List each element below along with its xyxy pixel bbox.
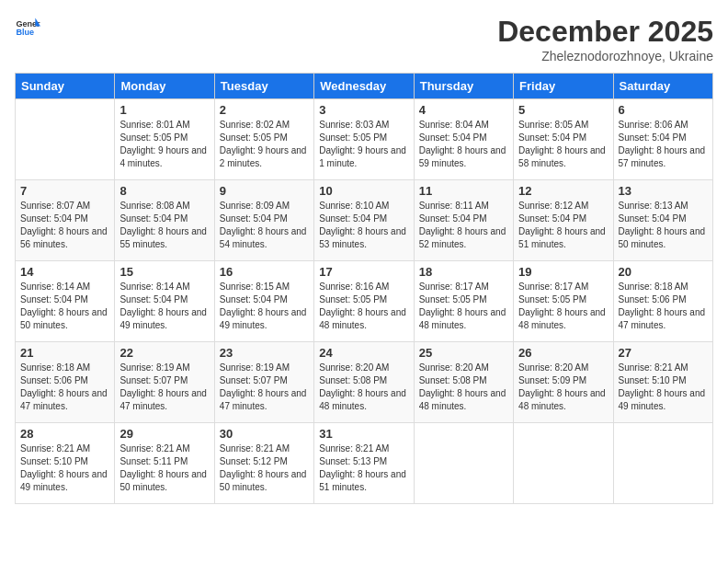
cell-info: Sunrise: 8:21 AMSunset: 5:12 PMDaylight:… (220, 442, 309, 494)
calendar-cell: 25Sunrise: 8:20 AMSunset: 5:08 PMDayligh… (414, 342, 513, 423)
calendar-cell: 11Sunrise: 8:11 AMSunset: 5:04 PMDayligh… (414, 180, 513, 261)
calendar-cell: 5Sunrise: 8:05 AMSunset: 5:04 PMDaylight… (514, 99, 613, 180)
calendar-cell: 14Sunrise: 8:14 AMSunset: 5:04 PMDayligh… (16, 261, 115, 342)
logo-icon: General Blue (15, 15, 40, 40)
day-number: 1 (119, 103, 209, 117)
cell-info: Sunrise: 8:05 AMSunset: 5:04 PMDaylight:… (518, 119, 608, 170)
calendar-cell (414, 423, 513, 504)
day-number: 12 (518, 184, 608, 198)
day-number: 27 (619, 346, 708, 360)
weekday-header: Saturday (613, 74, 712, 99)
calendar-cell: 23Sunrise: 8:19 AMSunset: 5:07 PMDayligh… (214, 342, 313, 423)
day-number: 16 (220, 265, 309, 279)
cell-info: Sunrise: 8:11 AMSunset: 5:04 PMDaylight:… (419, 200, 508, 251)
cell-info: Sunrise: 8:01 AMSunset: 5:05 PMDaylight:… (119, 119, 209, 170)
calendar-body: 1Sunrise: 8:01 AMSunset: 5:05 PMDaylight… (16, 99, 713, 504)
day-number: 28 (20, 427, 109, 441)
day-number: 30 (220, 427, 309, 441)
calendar-cell: 6Sunrise: 8:06 AMSunset: 5:04 PMDaylight… (613, 99, 712, 180)
cell-info: Sunrise: 8:18 AMSunset: 5:06 PMDaylight:… (20, 362, 109, 413)
cell-info: Sunrise: 8:12 AMSunset: 5:04 PMDaylight:… (518, 200, 608, 251)
day-number: 25 (419, 346, 508, 360)
calendar-cell: 21Sunrise: 8:18 AMSunset: 5:06 PMDayligh… (16, 342, 115, 423)
calendar-week-row: 1Sunrise: 8:01 AMSunset: 5:05 PMDaylight… (16, 99, 713, 180)
weekday-header: Wednesday (314, 74, 414, 99)
calendar-week-row: 14Sunrise: 8:14 AMSunset: 5:04 PMDayligh… (16, 261, 713, 342)
cell-info: Sunrise: 8:19 AMSunset: 5:07 PMDaylight:… (119, 362, 209, 413)
calendar-cell: 7Sunrise: 8:07 AMSunset: 5:04 PMDaylight… (16, 180, 115, 261)
calendar-header: SundayMondayTuesdayWednesdayThursdayFrid… (16, 74, 713, 99)
cell-info: Sunrise: 8:19 AMSunset: 5:07 PMDaylight:… (220, 362, 309, 413)
calendar-cell: 16Sunrise: 8:15 AMSunset: 5:04 PMDayligh… (214, 261, 313, 342)
header: General Blue December 2025 Zheleznodoroz… (15, 15, 713, 63)
svg-text:Blue: Blue (16, 28, 34, 37)
calendar-cell: 22Sunrise: 8:19 AMSunset: 5:07 PMDayligh… (115, 342, 214, 423)
cell-info: Sunrise: 8:17 AMSunset: 5:05 PMDaylight:… (419, 281, 508, 332)
day-number: 19 (518, 265, 608, 279)
day-number: 18 (419, 265, 508, 279)
calendar-cell: 26Sunrise: 8:20 AMSunset: 5:09 PMDayligh… (514, 342, 613, 423)
calendar-week-row: 28Sunrise: 8:21 AMSunset: 5:10 PMDayligh… (16, 423, 713, 504)
cell-info: Sunrise: 8:06 AMSunset: 5:04 PMDaylight:… (619, 119, 708, 170)
day-number: 21 (20, 346, 109, 360)
day-number: 5 (518, 103, 608, 117)
day-number: 17 (319, 265, 408, 279)
cell-info: Sunrise: 8:20 AMSunset: 5:08 PMDaylight:… (419, 362, 508, 413)
day-number: 13 (619, 184, 708, 198)
cell-info: Sunrise: 8:04 AMSunset: 5:04 PMDaylight:… (419, 119, 508, 170)
calendar-cell: 13Sunrise: 8:13 AMSunset: 5:04 PMDayligh… (613, 180, 712, 261)
cell-info: Sunrise: 8:21 AMSunset: 5:10 PMDaylight:… (20, 442, 109, 494)
day-number: 26 (518, 346, 608, 360)
calendar-cell: 30Sunrise: 8:21 AMSunset: 5:12 PMDayligh… (214, 423, 313, 504)
cell-info: Sunrise: 8:03 AMSunset: 5:05 PMDaylight:… (319, 119, 408, 170)
subtitle: Zheleznodorozhnoye, Ukraine (497, 49, 713, 63)
day-number: 14 (20, 265, 109, 279)
cell-info: Sunrise: 8:21 AMSunset: 5:11 PMDaylight:… (119, 442, 209, 494)
day-number: 20 (619, 265, 708, 279)
calendar-cell (613, 423, 712, 504)
calendar-cell (514, 423, 613, 504)
calendar-cell: 19Sunrise: 8:17 AMSunset: 5:05 PMDayligh… (514, 261, 613, 342)
cell-info: Sunrise: 8:02 AMSunset: 5:05 PMDaylight:… (220, 119, 309, 170)
calendar-cell: 8Sunrise: 8:08 AMSunset: 5:04 PMDaylight… (115, 180, 214, 261)
day-number: 31 (319, 427, 408, 441)
cell-info: Sunrise: 8:10 AMSunset: 5:04 PMDaylight:… (319, 200, 408, 251)
day-number: 23 (220, 346, 309, 360)
cell-info: Sunrise: 8:14 AMSunset: 5:04 PMDaylight:… (119, 281, 209, 332)
weekday-header: Friday (514, 74, 613, 99)
month-title: December 2025 (497, 15, 713, 49)
cell-info: Sunrise: 8:09 AMSunset: 5:04 PMDaylight:… (220, 200, 309, 251)
calendar-cell: 29Sunrise: 8:21 AMSunset: 5:11 PMDayligh… (115, 423, 214, 504)
cell-info: Sunrise: 8:18 AMSunset: 5:06 PMDaylight:… (619, 281, 708, 332)
cell-info: Sunrise: 8:17 AMSunset: 5:05 PMDaylight:… (518, 281, 608, 332)
day-number: 22 (119, 346, 209, 360)
day-number: 9 (220, 184, 309, 198)
cell-info: Sunrise: 8:20 AMSunset: 5:08 PMDaylight:… (319, 362, 408, 413)
cell-info: Sunrise: 8:07 AMSunset: 5:04 PMDaylight:… (20, 200, 109, 251)
cell-info: Sunrise: 8:21 AMSunset: 5:13 PMDaylight:… (319, 442, 408, 494)
weekday-header: Sunday (16, 74, 115, 99)
day-number: 4 (419, 103, 508, 117)
calendar-cell: 2Sunrise: 8:02 AMSunset: 5:05 PMDaylight… (214, 99, 313, 180)
cell-info: Sunrise: 8:14 AMSunset: 5:04 PMDaylight:… (20, 281, 109, 332)
header-row: SundayMondayTuesdayWednesdayThursdayFrid… (16, 74, 713, 99)
calendar-cell: 3Sunrise: 8:03 AMSunset: 5:05 PMDaylight… (314, 99, 414, 180)
day-number: 29 (119, 427, 209, 441)
cell-info: Sunrise: 8:21 AMSunset: 5:10 PMDaylight:… (619, 362, 708, 413)
calendar-cell: 17Sunrise: 8:16 AMSunset: 5:05 PMDayligh… (314, 261, 414, 342)
calendar-cell (16, 99, 115, 180)
day-number: 2 (220, 103, 309, 117)
calendar-cell: 12Sunrise: 8:12 AMSunset: 5:04 PMDayligh… (514, 180, 613, 261)
cell-info: Sunrise: 8:08 AMSunset: 5:04 PMDaylight:… (119, 200, 209, 251)
title-area: December 2025 Zheleznodorozhnoye, Ukrain… (497, 15, 713, 63)
calendar-table: SundayMondayTuesdayWednesdayThursdayFrid… (15, 73, 713, 504)
logo: General Blue (15, 15, 40, 40)
day-number: 8 (119, 184, 209, 198)
calendar-cell: 10Sunrise: 8:10 AMSunset: 5:04 PMDayligh… (314, 180, 414, 261)
calendar-week-row: 7Sunrise: 8:07 AMSunset: 5:04 PMDaylight… (16, 180, 713, 261)
calendar-cell: 4Sunrise: 8:04 AMSunset: 5:04 PMDaylight… (414, 99, 513, 180)
calendar-week-row: 21Sunrise: 8:18 AMSunset: 5:06 PMDayligh… (16, 342, 713, 423)
calendar-cell: 24Sunrise: 8:20 AMSunset: 5:08 PMDayligh… (314, 342, 414, 423)
calendar-cell: 9Sunrise: 8:09 AMSunset: 5:04 PMDaylight… (214, 180, 313, 261)
cell-info: Sunrise: 8:20 AMSunset: 5:09 PMDaylight:… (518, 362, 608, 413)
